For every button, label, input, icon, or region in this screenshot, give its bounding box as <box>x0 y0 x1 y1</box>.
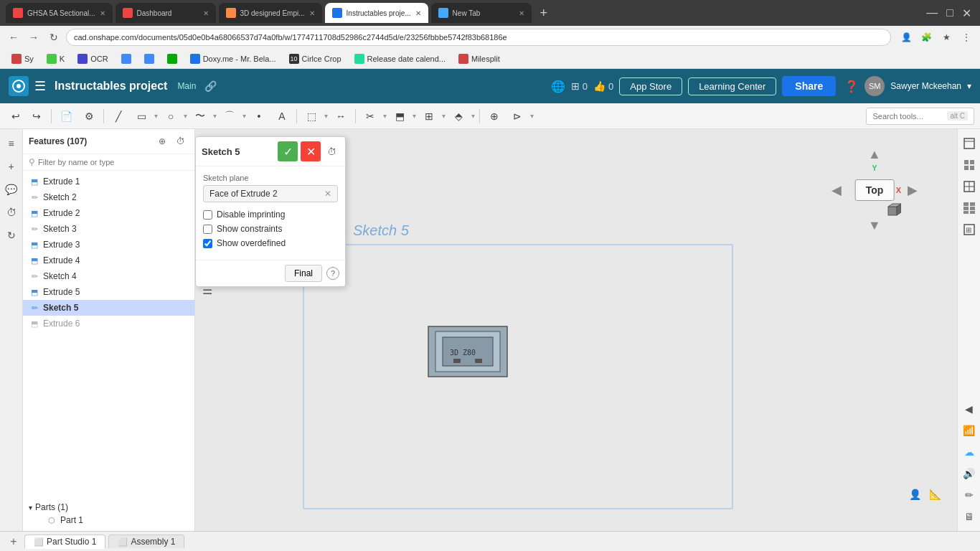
tab-close-newtab[interactable]: ✕ <box>519 9 524 17</box>
redo-button[interactable]: ↪ <box>27 106 47 126</box>
feature-item-extrude2[interactable]: ⬒ Extrude 2 <box>23 205 194 221</box>
canvas-area[interactable]: Sketch 5 ✓ ✕ ⏱ Sketch plane Face of Extr… <box>195 129 957 531</box>
feature-item-extrude3[interactable]: ⬒ Extrude 3 <box>23 237 194 253</box>
add-tab-button[interactable]: + <box>6 534 22 550</box>
mirror-dropdown[interactable]: ▾ <box>413 112 416 120</box>
view-left-arrow[interactable]: ◀ <box>831 182 842 198</box>
tab-part-studio-1[interactable]: ⬜ Part Studio 1 <box>24 534 105 549</box>
bookmark-ocr[interactable]: OCR <box>72 52 113 65</box>
bookmark-blue1[interactable] <box>116 52 137 65</box>
tab-close-ghsa[interactable]: ✕ <box>100 9 105 17</box>
bookmark-doxy[interactable]: Doxy.me - Mr. Bela... <box>184 52 282 65</box>
browser-tab-dashboard[interactable]: Dashboard ✕ <box>116 3 216 23</box>
rect-dropdown[interactable]: ▾ <box>154 112 158 120</box>
bookmark-ten[interactable]: 10 Cirlce Crop <box>283 52 347 65</box>
show-constraints-input[interactable] <box>203 225 212 234</box>
line-tool[interactable]: ╱ <box>108 106 128 126</box>
view-top-label[interactable]: Top <box>855 179 895 201</box>
browser-tab-instructables[interactable]: Instructables proje... ✕ <box>325 3 428 23</box>
right-sidebar-btn-3[interactable] <box>961 178 978 195</box>
hamburger-menu[interactable]: ☰ <box>34 78 46 94</box>
tab-close-3d[interactable]: ✕ <box>309 9 315 17</box>
sidebar-rotate-icon[interactable]: ↻ <box>3 227 20 244</box>
app-store-button[interactable]: App Store <box>619 77 682 95</box>
text-tool[interactable]: A <box>272 106 292 126</box>
trim-dropdown[interactable]: ▾ <box>383 112 387 120</box>
tab-assembly-1[interactable]: ⬜ Assembly 1 <box>108 534 184 548</box>
bookmark-release[interactable]: Release date calend... <box>349 52 451 65</box>
help-button[interactable]: ❓ <box>844 80 859 93</box>
minimize-button[interactable]: — <box>923 6 941 20</box>
feature-item-sketch4[interactable]: ✏ Sketch 4 <box>23 268 194 284</box>
disable-imprinting-input[interactable] <box>203 210 212 220</box>
bookmark-star-icon[interactable]: ★ <box>938 29 954 45</box>
feature-item-extrude5[interactable]: ⬒ Extrude 5 <box>23 284 194 300</box>
browser-tab-newtab[interactable]: New Tab ✕ <box>431 3 532 23</box>
parts-header[interactable]: ▾ Parts (1) <box>29 502 189 512</box>
user-avatar[interactable]: SM <box>864 76 885 96</box>
sidebar-history-icon[interactable]: ⏱ <box>3 204 20 221</box>
array-dropdown[interactable]: ▾ <box>442 112 446 120</box>
popup-time-icon[interactable]: ⏱ <box>324 143 339 159</box>
final-button[interactable]: Final <box>285 265 322 282</box>
show-overdefined-checkbox[interactable]: Show overdefined <box>203 238 338 248</box>
disable-imprinting-checkbox[interactable]: Disable imprinting <box>203 209 338 220</box>
sidebar-comment-icon[interactable]: 💬 <box>3 181 20 198</box>
bookmark-green1[interactable] <box>161 52 183 65</box>
array-tool[interactable]: ⊞ <box>419 106 439 126</box>
tab-close-dashboard[interactable]: ✕ <box>203 9 209 17</box>
part-item-1[interactable]: ⬡ Part 1 <box>29 512 189 528</box>
new-tab-button[interactable]: + <box>540 6 548 21</box>
right-sidebar-btn-2[interactable] <box>961 156 978 174</box>
measure-tool[interactable]: ↔ <box>331 106 351 126</box>
show-overdefined-input[interactable] <box>203 239 212 248</box>
bookmark-k[interactable]: K <box>41 52 70 65</box>
feature-item-sketch3[interactable]: ✏ Sketch 3 <box>23 221 194 237</box>
feature-item-extrude1[interactable]: ⬒ Extrude 1 <box>23 174 194 189</box>
cube-icon[interactable] <box>887 202 901 217</box>
refresh-button[interactable]: ↻ <box>46 29 62 45</box>
right-sidebar-collapse-btn[interactable]: ◀ <box>961 400 978 418</box>
link-icon[interactable]: 🔗 <box>204 80 217 92</box>
view-up-arrow[interactable]: ▲ <box>868 147 881 162</box>
share-button[interactable]: Share <box>782 76 836 96</box>
person-icon[interactable]: 👤 <box>907 486 923 502</box>
history-button[interactable]: ⏱ <box>173 133 189 149</box>
tab-close-instructables[interactable]: ✕ <box>415 9 421 17</box>
popup-help-icon[interactable]: ? <box>326 267 339 280</box>
circle-dropdown[interactable]: ▾ <box>184 112 187 120</box>
offset-tool[interactable]: ⬘ <box>448 106 468 126</box>
spline-dropdown[interactable]: ▾ <box>213 112 217 120</box>
constraint-tool[interactable]: ⊳ <box>507 106 527 126</box>
settings-button[interactable]: ⚙ <box>79 106 99 126</box>
browser-tab-ghsa[interactable]: GHSA 5A Sectional... ✕ <box>6 3 113 23</box>
extensions-icon[interactable]: 🧩 <box>918 29 934 45</box>
display-icon[interactable]: 🖥 <box>961 508 978 525</box>
popup-confirm-button[interactable]: ✓ <box>278 141 298 161</box>
search-tools-input[interactable] <box>872 112 944 121</box>
more-options-icon[interactable]: ⋮ <box>958 29 974 45</box>
popup-cancel-button[interactable]: ✕ <box>301 141 321 161</box>
sketch-plane-value[interactable]: Face of Extrude 2 ✕ <box>203 185 338 202</box>
feature-item-sketch5[interactable]: ✏ Sketch 5 <box>23 300 194 316</box>
mirror-tool[interactable]: ⬒ <box>390 106 410 126</box>
fix-tool[interactable]: ⊕ <box>484 106 504 126</box>
feature-item-extrude4[interactable]: ⬒ Extrude 4 <box>23 253 194 268</box>
bookmark-blue2[interactable] <box>138 52 160 65</box>
right-sidebar-btn-4[interactable] <box>961 199 978 217</box>
spline-tool[interactable]: 〜 <box>190 106 210 126</box>
undo-button[interactable]: ↩ <box>6 106 26 126</box>
plane-close-icon[interactable]: ✕ <box>324 189 331 199</box>
constraint-dropdown[interactable]: ▾ <box>530 112 534 120</box>
add-feature-button[interactable]: ⊕ <box>154 133 170 149</box>
bookmark-msp[interactable]: Milesplit <box>453 52 506 65</box>
ruler-icon[interactable]: 📐 <box>927 486 943 502</box>
right-sidebar-btn-1[interactable] <box>961 135 978 152</box>
filter-input[interactable] <box>38 158 189 166</box>
feature-item-extrude6[interactable]: ⬒ Extrude 6 <box>23 316 194 331</box>
back-button[interactable]: ← <box>6 29 22 45</box>
transform-dropdown[interactable]: ▾ <box>324 112 328 120</box>
right-sidebar-btn-5[interactable]: ⊞ <box>961 221 978 238</box>
show-constraints-checkbox[interactable]: Show constraints <box>203 224 338 234</box>
document-button[interactable]: 📄 <box>56 106 76 126</box>
